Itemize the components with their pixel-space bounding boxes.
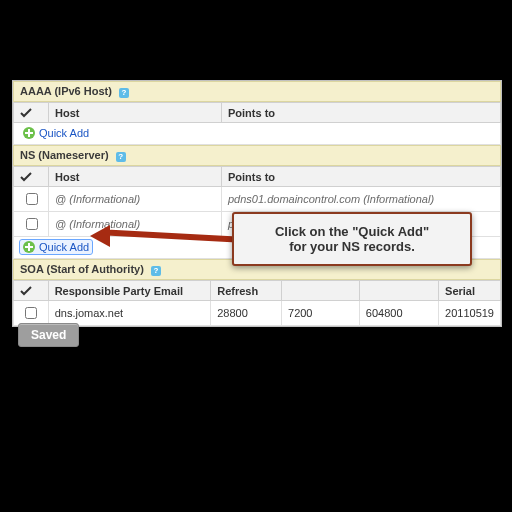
section-header-aaaa: AAAA (IPv6 Host) ?: [13, 81, 501, 102]
row-checkbox[interactable]: [26, 218, 38, 230]
col-host: Host: [49, 103, 222, 123]
checkmark-icon: [20, 107, 32, 119]
ns-host-cell: @ (Informational): [49, 212, 222, 237]
table-row: dns.jomax.net 28800 7200 604800 20110519: [14, 301, 501, 326]
col-points-to: Points to: [222, 167, 501, 187]
soa-table: Responsible Party Email Refresh Serial d…: [13, 280, 501, 326]
row-checkbox[interactable]: [26, 193, 38, 205]
callout-line2: for your NS records.: [244, 239, 460, 254]
plus-icon: [23, 241, 35, 253]
dns-panel: AAAA (IPv6 Host) ? Host Points to Quick …: [12, 80, 502, 327]
section-title-ns: NS (Nameserver): [20, 149, 109, 161]
quick-add-ns[interactable]: Quick Add: [20, 240, 92, 254]
col-3: [282, 281, 360, 301]
quick-add-aaaa[interactable]: Quick Add: [20, 126, 92, 140]
soa-refresh-cell: 28800: [211, 301, 282, 326]
section-header-ns: NS (Nameserver) ?: [13, 145, 501, 166]
help-icon[interactable]: ?: [116, 152, 126, 162]
select-all-soa[interactable]: [14, 281, 49, 301]
plus-icon: [23, 127, 35, 139]
help-icon[interactable]: ?: [119, 88, 129, 98]
checkmark-icon: [20, 171, 32, 183]
instruction-callout: Click on the "Quick Add" for your NS rec…: [232, 212, 472, 266]
ns-host-cell: @ (Informational): [49, 187, 222, 212]
ns-points-to-cell: pdns01.domaincontrol.com (Informational): [222, 187, 501, 212]
col-serial: Serial: [439, 281, 501, 301]
quick-add-label: Quick Add: [39, 127, 89, 139]
col-points-to: Points to: [222, 103, 501, 123]
section-title-aaaa: AAAA (IPv6 Host): [20, 85, 112, 97]
col-host: Host: [49, 167, 222, 187]
callout-line1: Click on the "Quick Add": [244, 224, 460, 239]
help-icon[interactable]: ?: [151, 266, 161, 276]
col-4: [359, 281, 438, 301]
table-row: @ (Informational) pdns01.domaincontrol.c…: [14, 187, 501, 212]
saved-button[interactable]: Saved: [18, 323, 79, 347]
soa-serial-cell: 20110519: [439, 301, 501, 326]
screenshot-stage: AAAA (IPv6 Host) ? Host Points to Quick …: [0, 0, 512, 512]
soa-c4-cell: 604800: [359, 301, 438, 326]
select-all-ns[interactable]: [14, 167, 49, 187]
section-title-soa: SOA (Start of Authority): [20, 263, 144, 275]
checkmark-icon: [20, 285, 32, 297]
col-email: Responsible Party Email: [48, 281, 211, 301]
soa-c3-cell: 7200: [282, 301, 360, 326]
quick-add-label: Quick Add: [39, 241, 89, 253]
aaaa-table: Host Points to Quick Add: [13, 102, 501, 145]
row-checkbox[interactable]: [25, 307, 37, 319]
col-refresh: Refresh: [211, 281, 282, 301]
select-all-aaaa[interactable]: [14, 103, 49, 123]
